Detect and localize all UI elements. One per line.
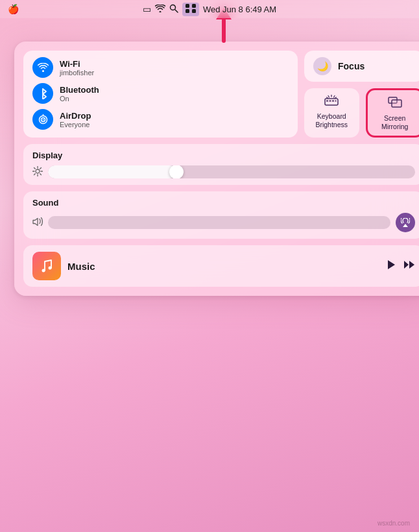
volume-icon xyxy=(32,217,43,228)
airdrop-item[interactable]: AirDrop Everyone xyxy=(32,109,289,130)
menubar-left: 🍎 xyxy=(8,4,19,14)
svg-line-27 xyxy=(34,167,36,169)
svg-rect-3 xyxy=(192,4,196,8)
svg-rect-11 xyxy=(326,101,328,102)
svg-rect-13 xyxy=(332,101,334,102)
wifi-menu-icon xyxy=(155,4,165,14)
keyboard-brightness-button[interactable]: Keyboard Brightness xyxy=(304,88,359,138)
svg-rect-10 xyxy=(325,99,338,105)
svg-point-0 xyxy=(170,5,175,10)
arrow-shaft xyxy=(222,18,226,43)
screen-mirroring-icon xyxy=(388,97,402,112)
svg-point-8 xyxy=(42,119,43,120)
control-center-menu-icon[interactable] xyxy=(182,3,199,16)
control-center-panel: Wi-Fi jimbofisher Bluetooth On xyxy=(14,42,419,296)
airdrop-text: AirDrop Everyone xyxy=(60,111,91,128)
keyboard-brightness-icon xyxy=(324,95,339,110)
airdrop-icon xyxy=(32,109,53,130)
svg-rect-21 xyxy=(392,100,401,107)
display-slider-row xyxy=(32,165,415,178)
right-column: 🌙 Focus xyxy=(304,51,419,138)
wifi-status: jimbofisher xyxy=(60,69,94,77)
airdrop-name: AirDrop xyxy=(60,111,91,121)
menubar-center: ▭ Wed Jun 8 6:49 AM xyxy=(143,3,276,16)
svg-line-1 xyxy=(175,10,178,12)
wifi-text: Wi-Fi jimbofisher xyxy=(60,59,94,77)
screen-mirroring-label: Screen Mirroring xyxy=(381,114,408,130)
airdrop-status: Everyone xyxy=(60,121,91,128)
keyboard-brightness-label: Keyboard Brightness xyxy=(315,112,348,128)
svg-rect-4 xyxy=(186,9,189,13)
datetime-label: Wed Jun 8 6:49 AM xyxy=(203,5,276,14)
watermark: wsxdn.com xyxy=(377,520,410,527)
menubar: 🍎 ▭ Wed Jun 8 6:49 AM xyxy=(0,0,419,18)
svg-line-28 xyxy=(40,173,42,175)
mini-buttons-row: Keyboard Brightness Screen Mirroring xyxy=(304,88,419,138)
svg-line-29 xyxy=(40,167,42,169)
focus-button[interactable]: 🌙 Focus xyxy=(304,51,419,82)
bluetooth-item[interactable]: Bluetooth On xyxy=(32,83,289,104)
bluetooth-icon xyxy=(32,83,53,104)
bluetooth-text: Bluetooth On xyxy=(60,85,99,103)
display-section: Display xyxy=(23,144,419,185)
fast-forward-button[interactable] xyxy=(403,260,415,272)
sound-row xyxy=(32,213,415,232)
svg-point-32 xyxy=(49,267,52,270)
focus-label: Focus xyxy=(338,61,365,71)
svg-line-30 xyxy=(34,173,36,175)
svg-line-19 xyxy=(335,97,337,98)
svg-point-31 xyxy=(42,269,45,272)
svg-line-16 xyxy=(328,96,329,98)
svg-line-17 xyxy=(334,96,335,98)
airplay-button[interactable] xyxy=(396,213,415,232)
display-slider[interactable] xyxy=(48,165,415,178)
connectivity-block: Wi-Fi jimbofisher Bluetooth On xyxy=(23,51,298,138)
wifi-item[interactable]: Wi-Fi jimbofisher xyxy=(32,57,289,78)
sound-section: Sound xyxy=(23,191,419,239)
music-controls xyxy=(387,260,415,272)
svg-rect-12 xyxy=(329,101,331,102)
bluetooth-status: On xyxy=(60,95,99,103)
svg-rect-14 xyxy=(335,101,337,102)
focus-icon: 🌙 xyxy=(313,57,331,75)
wifi-icon xyxy=(32,57,53,78)
screen-mirroring-button[interactable]: Screen Mirroring xyxy=(366,88,420,138)
music-app-icon xyxy=(32,252,61,280)
search-menu-icon[interactable] xyxy=(169,4,178,15)
music-section: Music xyxy=(23,245,419,287)
top-section: Wi-Fi jimbofisher Bluetooth On xyxy=(23,51,419,138)
svg-point-22 xyxy=(36,169,40,173)
apple-menu-icon[interactable]: 🍎 xyxy=(8,4,19,14)
display-slider-thumb[interactable] xyxy=(169,165,184,178)
svg-rect-2 xyxy=(186,4,189,8)
wifi-name: Wi-Fi xyxy=(60,59,94,69)
bluetooth-name: Bluetooth xyxy=(60,85,99,95)
svg-line-18 xyxy=(327,97,328,98)
display-section-label: Display xyxy=(32,151,415,160)
display-slider-fill xyxy=(48,165,176,178)
play-button[interactable] xyxy=(387,260,396,272)
brightness-icon xyxy=(32,166,43,178)
sound-slider[interactable] xyxy=(48,216,390,229)
svg-rect-5 xyxy=(192,9,196,13)
sound-section-label: Sound xyxy=(32,198,415,208)
music-label: Music xyxy=(67,261,380,272)
battery-icon: ▭ xyxy=(143,4,151,14)
